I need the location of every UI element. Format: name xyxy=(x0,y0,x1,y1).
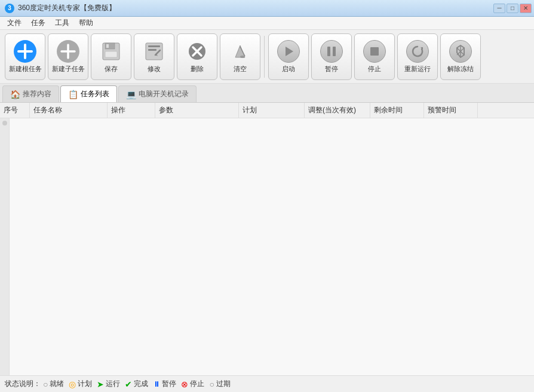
title-bar: 3 360度定时关机专家【免费版】 ─ □ ✕ xyxy=(0,0,534,17)
running-icon: ➤ xyxy=(97,379,104,389)
status-prefix: 状态说明： xyxy=(5,379,41,389)
save-button[interactable]: 保存 xyxy=(91,33,131,80)
stop-icon xyxy=(363,40,386,63)
status-expired: ○ 过期 xyxy=(209,379,230,389)
tab-recommend[interactable]: 🏠 推荐内容 xyxy=(2,85,59,102)
status-paused: ⏸ 暂停 xyxy=(153,379,176,389)
done-icon: ✔ xyxy=(125,379,132,389)
paused-label: 暂停 xyxy=(162,379,176,389)
toolbar: 新建根任务 新建子任务 保存 xyxy=(0,30,534,84)
col-adjust: 调整(当次有效) xyxy=(305,103,370,118)
stop-label: 停止 xyxy=(368,65,381,73)
paused-icon: ⏸ xyxy=(153,380,160,388)
svg-rect-11 xyxy=(148,45,160,47)
tab-shutdown-log-label: 电脑开关机记录 xyxy=(139,89,189,99)
plan-label: 计划 xyxy=(78,379,92,389)
col-remaining: 剩余时间 xyxy=(370,103,424,118)
restart-button[interactable]: 重新运行 xyxy=(397,33,438,80)
stop-button[interactable]: 停止 xyxy=(354,33,395,80)
clear-button[interactable]: 清空 xyxy=(220,33,260,80)
plan-icon: ◎ xyxy=(69,379,76,389)
running-label: 运行 xyxy=(106,379,120,389)
expired-label: 过期 xyxy=(216,379,231,389)
status-plan: ◎ 计划 xyxy=(69,379,92,389)
new-task-label: 新建根任务 xyxy=(9,65,42,73)
new-sub-task-label: 新建子任务 xyxy=(52,65,85,73)
svg-rect-8 xyxy=(105,51,117,57)
pause-label: 暂停 xyxy=(325,65,338,73)
log-icon: 💻 xyxy=(126,90,136,99)
col-index: 序号 xyxy=(0,103,30,118)
delete-button[interactable]: 删除 xyxy=(177,33,217,80)
delete-label: 删除 xyxy=(191,65,204,73)
maximize-button[interactable]: □ xyxy=(507,4,518,13)
new-sub-task-button[interactable]: 新建子任务 xyxy=(48,33,88,80)
table-body xyxy=(0,118,534,375)
home-icon: 🏠 xyxy=(10,90,20,99)
menu-task[interactable]: 任务 xyxy=(26,17,50,29)
expired-icon: ○ xyxy=(209,379,214,389)
save-label: 保存 xyxy=(105,65,118,73)
clear-icon xyxy=(229,40,251,63)
app-icon: 3 xyxy=(5,4,14,13)
status-bar: 状态说明： ○ 就绪 ◎ 计划 ➤ 运行 ✔ 完成 ⏸ 暂停 ⊗ 停止 ○ 过期 xyxy=(0,375,534,392)
table-area: 序号 任务名称 操作 参数 计划 调整(当次有效) 剩余时间 预警时间 xyxy=(0,103,534,375)
left-panel xyxy=(0,118,10,375)
unfreeze-icon xyxy=(449,40,472,63)
new-sub-task-icon xyxy=(57,40,79,63)
svg-rect-24 xyxy=(370,47,379,56)
pause-button[interactable]: 暂停 xyxy=(311,33,352,80)
minimize-button[interactable]: ─ xyxy=(493,4,505,13)
toolbar-separator xyxy=(264,36,265,78)
col-warning: 预警时间 xyxy=(424,103,478,118)
svg-rect-9 xyxy=(106,44,109,48)
svg-point-20 xyxy=(240,56,245,58)
start-button[interactable]: 启动 xyxy=(268,33,309,80)
tab-task-list-label: 任务列表 xyxy=(81,89,109,99)
window-controls: ─ □ ✕ xyxy=(493,4,532,13)
panel-dot xyxy=(2,121,7,125)
menu-bar: 文件 任务 工具 帮助 xyxy=(0,17,534,30)
col-task-name: 任务名称 xyxy=(30,103,108,118)
modify-label: 修改 xyxy=(148,65,161,73)
tab-recommend-label: 推荐内容 xyxy=(23,89,51,99)
stopped-icon: ⊗ xyxy=(181,379,188,389)
tab-task-list[interactable]: 📋 任务列表 xyxy=(60,85,117,102)
close-button[interactable]: ✕ xyxy=(520,4,532,13)
restart-icon xyxy=(406,40,429,63)
tab-shutdown-log[interactable]: 💻 电脑开关机记录 xyxy=(118,85,197,102)
status-done: ✔ 完成 xyxy=(125,379,148,389)
svg-rect-12 xyxy=(148,49,156,51)
svg-rect-23 xyxy=(333,47,336,56)
done-label: 完成 xyxy=(134,379,148,389)
modify-button[interactable]: 修改 xyxy=(134,33,174,80)
clear-label: 清空 xyxy=(234,65,247,73)
start-label: 启动 xyxy=(282,65,295,73)
idle-label: 就绪 xyxy=(50,379,64,389)
svg-rect-22 xyxy=(327,47,330,56)
tabs-container: 🏠 推荐内容 📋 任务列表 💻 电脑开关机记录 xyxy=(0,84,534,103)
modify-icon xyxy=(143,40,165,63)
col-operation: 操作 xyxy=(108,103,155,118)
empty-table-body xyxy=(10,118,534,375)
title-text: 360度定时关机专家【免费版】 xyxy=(18,3,116,13)
unfreeze-label: 解除冻结 xyxy=(447,65,474,73)
status-stopped: ⊗ 停止 xyxy=(181,379,204,389)
table-header: 序号 任务名称 操作 参数 计划 调整(当次有效) 剩余时间 预警时间 xyxy=(0,103,534,118)
menu-file[interactable]: 文件 xyxy=(2,17,26,29)
unfreeze-button[interactable]: 解除冻结 xyxy=(440,33,481,80)
menu-tools[interactable]: 工具 xyxy=(50,17,74,29)
stopped-label: 停止 xyxy=(190,379,204,389)
new-task-button[interactable]: 新建根任务 xyxy=(5,33,45,80)
idle-icon: ○ xyxy=(43,379,48,389)
status-idle: ○ 就绪 xyxy=(43,379,64,389)
menu-help[interactable]: 帮助 xyxy=(74,17,98,29)
col-params: 参数 xyxy=(155,103,239,118)
list-icon: 📋 xyxy=(68,90,78,99)
restart-label: 重新运行 xyxy=(404,65,431,73)
col-plan: 计划 xyxy=(239,103,305,118)
main-content-area: 序号 任务名称 操作 参数 计划 调整(当次有效) 剩余时间 预警时间 xyxy=(0,103,534,375)
save-icon xyxy=(100,40,122,63)
pause-icon xyxy=(320,40,343,63)
status-running: ➤ 运行 xyxy=(97,379,120,389)
